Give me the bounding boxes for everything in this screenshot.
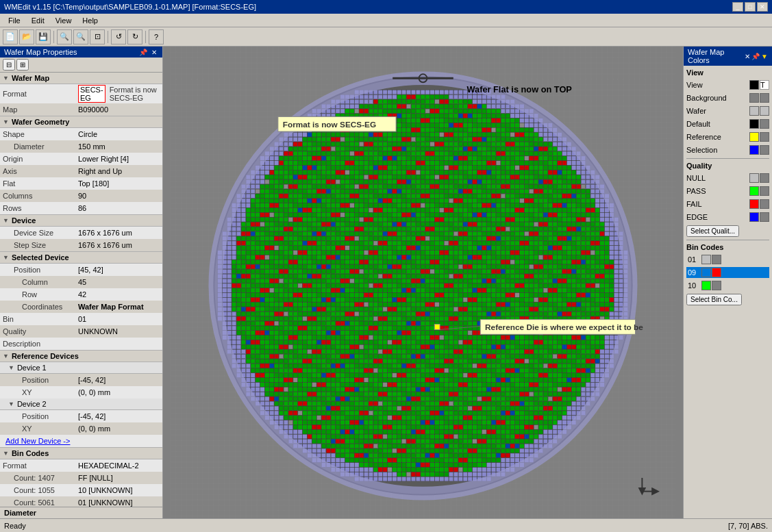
close-button[interactable]: ✕ — [757, 2, 768, 12]
open-button[interactable]: 📂 — [19, 29, 34, 45]
zoom-fit-button[interactable]: ⊡ — [90, 29, 105, 45]
view-swatch-bg[interactable]: T — [760, 80, 769, 90]
bin-01-swatch-bg[interactable] — [712, 255, 721, 264]
svg-rect-4645 — [477, 378, 482, 382]
svg-rect-9 — [378, 90, 382, 94]
save-button[interactable]: 💾 — [36, 29, 51, 45]
menu-help[interactable]: Help — [77, 15, 103, 26]
svg-rect-4131 — [321, 349, 325, 353]
zoom-in-button[interactable]: 🔍 — [73, 29, 88, 45]
selection-swatch-bg[interactable] — [760, 145, 769, 155]
select-quality-button[interactable]: Select Qualit... — [686, 225, 739, 237]
svg-rect-2514 — [406, 260, 410, 264]
right-panel-filter-icon[interactable]: ▼ — [761, 53, 768, 60]
select-bin-button[interactable]: Select Bin Co... — [686, 294, 742, 305]
panel-pin-button[interactable]: 📌 — [138, 49, 149, 56]
reference-swatch-fg[interactable] — [749, 132, 759, 142]
right-panel-close-icon[interactable]: ✕ — [745, 53, 750, 60]
pass-swatch-fg[interactable] — [749, 186, 759, 196]
svg-rect-2715 — [534, 269, 538, 273]
svg-rect-1453 — [538, 199, 543, 203]
bin-01-swatch-fg[interactable] — [701, 255, 711, 264]
svg-rect-2639 — [586, 264, 590, 268]
help-button[interactable]: ? — [149, 29, 164, 45]
svg-rect-4564 — [463, 373, 467, 377]
wafer-swatch-bg[interactable] — [760, 106, 769, 116]
svg-rect-1869 — [581, 222, 585, 226]
svg-rect-1153 — [586, 179, 590, 183]
wafer-canvas[interactable]: /* Dies rendered below */ Format is now … — [163, 47, 683, 518]
svg-rect-3447 — [293, 312, 297, 316]
svg-rect-2308 — [256, 251, 260, 255]
null-swatch-bg[interactable] — [760, 173, 769, 183]
panel-close-button[interactable]: ✕ — [150, 49, 158, 56]
expand-all-button[interactable]: ⊞ — [16, 59, 29, 71]
menu-view[interactable]: View — [50, 15, 77, 26]
svg-rect-664 — [298, 151, 302, 155]
svg-rect-475 — [312, 137, 316, 141]
menu-edit[interactable]: Edit — [26, 15, 50, 26]
svg-rect-5072 — [397, 406, 401, 410]
right-panel-pin-icon[interactable]: 📌 — [751, 53, 760, 60]
wafer-map-header[interactable]: ▼ Wafer Map — [0, 73, 162, 84]
center-area[interactable]: /* Dies rendered below */ Format is now … — [163, 47, 683, 518]
device-header[interactable]: ▼ Device — [0, 215, 162, 227]
svg-rect-5501 — [312, 439, 316, 443]
origin-row: Origin Lower Right [4] — [0, 153, 162, 165]
ref-device1-header[interactable]: ▼ Device 1 — [0, 362, 162, 374]
svg-rect-5808 — [378, 468, 382, 472]
ref-device2-header[interactable]: ▼ Device 2 — [0, 398, 162, 410]
null-swatch-fg[interactable] — [749, 173, 759, 183]
rotate-right-button[interactable]: ↻ — [127, 29, 142, 45]
reference-swatch-bg[interactable] — [760, 132, 769, 142]
svg-rect-3309 — [463, 303, 467, 307]
svg-rect-602 — [316, 147, 321, 151]
svg-rect-3359 — [288, 307, 292, 311]
minimize-button[interactable]: _ — [732, 2, 743, 12]
svg-rect-5843 — [369, 472, 373, 477]
svg-rect-2912 — [232, 283, 236, 288]
pass-swatch-bg[interactable] — [760, 186, 769, 196]
collapse-all-button[interactable]: ⊟ — [3, 59, 15, 71]
bin-09-swatch-fg[interactable] — [701, 268, 711, 277]
default-swatch-fg[interactable] — [749, 119, 759, 129]
svg-rect-5253 — [293, 420, 297, 425]
maximize-button[interactable]: □ — [745, 2, 756, 12]
bin-10-swatch-bg[interactable] — [712, 281, 721, 290]
svg-rect-5733 — [430, 458, 434, 462]
view-swatch-fg[interactable] — [749, 80, 759, 90]
background-swatch-bg[interactable] — [760, 93, 769, 103]
bin-10-swatch-fg[interactable] — [701, 281, 711, 290]
svg-rect-1350 — [425, 194, 429, 198]
svg-rect-3911 — [463, 335, 467, 340]
reference-devices-header[interactable]: ▼ Reference Devices — [0, 351, 162, 362]
rotate-left-button[interactable]: ↺ — [111, 29, 126, 45]
fail-swatch-fg[interactable] — [749, 199, 759, 209]
svg-rect-3982 — [401, 340, 406, 344]
svg-rect-2051 — [251, 236, 255, 240]
default-swatch-bg[interactable] — [760, 119, 769, 129]
svg-rect-3904 — [430, 335, 434, 340]
bin-09-row[interactable]: 09 — [686, 267, 769, 278]
edge-swatch-fg[interactable] — [749, 212, 759, 222]
bin-codes-header[interactable]: ▼ Bin Codes — [0, 448, 162, 459]
bin-09-swatch-bg[interactable] — [712, 268, 721, 277]
menu-file[interactable]: File — [3, 15, 26, 26]
svg-rect-816 — [369, 161, 373, 165]
new-button[interactable]: 📄 — [3, 29, 18, 45]
edge-swatch-bg[interactable] — [760, 212, 769, 222]
wafer-geometry-header[interactable]: ▼ Wafer Geometry — [0, 116, 162, 128]
fail-swatch-bg[interactable] — [760, 199, 769, 209]
zoom-out-button[interactable]: 🔍 — [57, 29, 72, 45]
svg-rect-3440 — [260, 312, 264, 316]
background-swatch-fg[interactable] — [749, 93, 759, 103]
svg-rect-5766 — [373, 463, 377, 467]
svg-rect-5011 — [440, 401, 444, 405]
wafer-swatch-fg[interactable] — [749, 106, 759, 116]
format-tooltip-text: Format is now SECS-EG — [110, 86, 160, 102]
selection-swatch-fg[interactable] — [749, 145, 759, 155]
add-new-device-button[interactable]: Add New Device -> — [3, 436, 73, 446]
svg-rect-4507 — [567, 368, 571, 372]
svg-rect-1230 — [590, 184, 595, 188]
selected-device-header[interactable]: ▼ Selected Device — [0, 252, 162, 264]
